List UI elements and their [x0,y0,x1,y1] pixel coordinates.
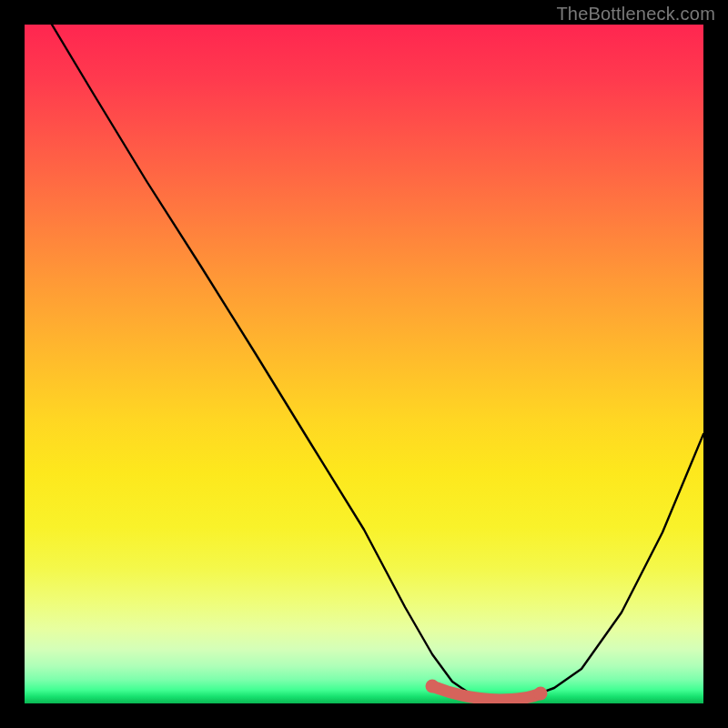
bottleneck-curve [52,25,703,701]
min-marker-start-dot [426,680,440,693]
min-marker-end-dot [534,687,548,701]
flat-minimum-marker [432,686,541,700]
plot-area [25,25,703,703]
chart-stage: TheBottleneck.com [0,0,728,728]
curve-layer [25,25,703,703]
watermark-text: TheBottleneck.com [556,4,715,25]
